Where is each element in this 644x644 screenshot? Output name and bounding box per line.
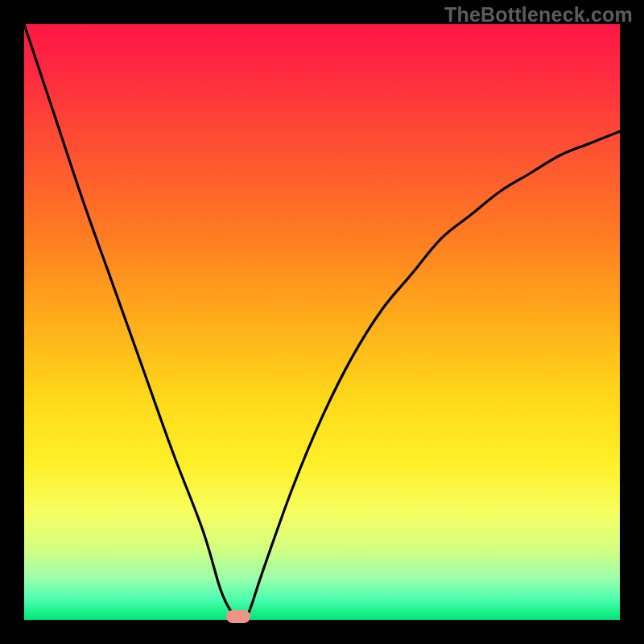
minimum-marker: [226, 610, 250, 623]
plot-area: [24, 24, 620, 620]
watermark-text: TheBottleneck.com: [444, 3, 633, 27]
gradient-background: [24, 24, 620, 620]
chart-frame: TheBottleneck.com: [0, 0, 644, 644]
bottleneck-chart: [24, 24, 620, 620]
